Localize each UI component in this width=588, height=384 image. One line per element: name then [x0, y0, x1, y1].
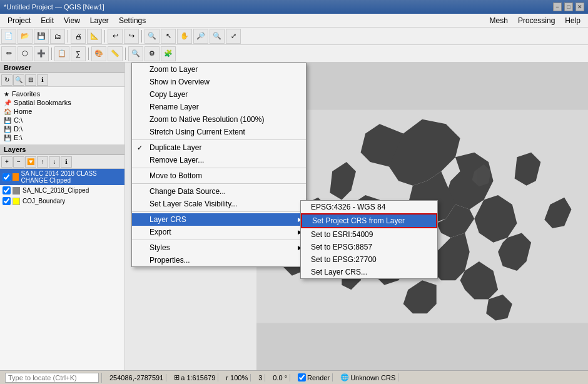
- attributes-button[interactable]: 📋: [54, 46, 69, 61]
- browser-refresh[interactable]: ↻: [1, 74, 13, 86]
- sub-set-project-crs[interactable]: Set Project CRS from Layer: [301, 213, 437, 228]
- title-bar: *Untitled Project — QGIS [New1] − □ ✕: [0, 0, 588, 14]
- sub-esri-54009[interactable]: Set to ESRI:54009: [301, 228, 437, 241]
- ctx-stretch[interactable]: Stretch Using Current Extent: [132, 126, 306, 138]
- plugin-button[interactable]: 🧩: [161, 46, 176, 61]
- sub-epsg-8857[interactable]: Set to EPSG:8857: [301, 241, 437, 253]
- render-checkbox[interactable]: [298, 373, 306, 381]
- browser-tree: ★ Favorites 📌 Spatial Bookmarks 🏠 Home 💾…: [0, 87, 124, 144]
- crs-label: Unknown CRS: [350, 374, 395, 381]
- identify-button[interactable]: 🔍: [144, 29, 160, 44]
- maximize-button[interactable]: □: [564, 3, 573, 11]
- sub-epsg-4326[interactable]: EPSG:4326 - WGS 84: [301, 201, 437, 213]
- drive-d-icon: 💾: [4, 126, 11, 133]
- layer-sa-nlc-2018[interactable]: SA_NLC_2018_Clipped: [0, 185, 124, 196]
- select-button[interactable]: ↖: [161, 29, 176, 44]
- print-button[interactable]: 🖨: [71, 29, 86, 44]
- measure-button[interactable]: 📏: [108, 46, 123, 61]
- add-feature-button[interactable]: ➕: [34, 46, 49, 61]
- menu-project[interactable]: Project: [3, 14, 36, 27]
- ctx-scale-visibility[interactable]: Set Layer Scale Visibility...: [132, 198, 306, 210]
- menu-layer[interactable]: Layer: [85, 14, 114, 27]
- node-button[interactable]: ⬡: [18, 46, 33, 61]
- browser-home[interactable]: 🏠 Home: [3, 107, 122, 116]
- status-rotation: r 100%: [223, 374, 251, 381]
- render-label: Render: [307, 374, 330, 381]
- sep-t2-1: [51, 48, 52, 60]
- move-up-btn[interactable]: ↑: [37, 156, 48, 168]
- close-button[interactable]: ✕: [575, 3, 584, 11]
- menu-settings[interactable]: Settings: [114, 14, 151, 27]
- drive-e-icon: 💾: [4, 134, 11, 141]
- menu-view[interactable]: View: [59, 14, 85, 27]
- map-area: Zoom to Layer Show in Overview Copy Laye…: [125, 63, 588, 370]
- zoom-out-button[interactable]: 🔍: [210, 29, 225, 44]
- home-label: Home: [14, 108, 32, 115]
- compose-button[interactable]: 📐: [87, 29, 102, 44]
- status-search-container: [3, 373, 102, 383]
- ctx-change-source[interactable]: Change Data Source...: [132, 185, 306, 198]
- menu-processing[interactable]: Processing: [513, 15, 560, 26]
- browser-d-drive[interactable]: 💾 D:\: [3, 124, 122, 133]
- ctx-rename-layer[interactable]: Rename Layer: [132, 101, 306, 113]
- ctx-remove-layer[interactable]: Remove Layer...: [132, 154, 306, 166]
- save-button[interactable]: 💾: [34, 29, 49, 44]
- ctx-layer-crs[interactable]: Layer CRS: [132, 213, 306, 226]
- menu-edit[interactable]: Edit: [36, 14, 59, 27]
- ctx-move-bottom[interactable]: Move to Bottom: [132, 169, 306, 182]
- add-layer-btn[interactable]: +: [1, 156, 13, 168]
- layer-sa-nlc-2014[interactable]: SA NLC 2014 2018 CLASS CHANGE Clipped: [0, 169, 124, 185]
- layer-info-btn[interactable]: ℹ: [61, 156, 72, 168]
- layer-sa-nlc-2018-check[interactable]: [3, 186, 11, 195]
- menu-mesh[interactable]: Mesh: [485, 15, 513, 26]
- locate-search-input[interactable]: [5, 373, 99, 383]
- ctx-zoom-to-layer[interactable]: Zoom to Layer: [132, 63, 306, 76]
- ctx-styles[interactable]: Styles: [132, 241, 306, 254]
- layer-sa-nlc-2018-icon: [13, 187, 20, 195]
- undo-button[interactable]: ↩: [108, 29, 123, 44]
- browser-bookmarks[interactable]: 📌 Spatial Bookmarks: [3, 98, 122, 107]
- browser-toolbar: ↻ 🔍 ⊟ ℹ: [0, 73, 124, 87]
- layer-coj-boundary-icon: [13, 198, 20, 205]
- browser-info[interactable]: ℹ: [37, 74, 48, 86]
- filter-layer-btn[interactable]: 🔽: [25, 156, 36, 168]
- separator-3: [141, 30, 142, 43]
- ctx-zoom-native[interactable]: Zoom to Native Resolution (100%): [132, 113, 306, 126]
- menu-help[interactable]: Help: [560, 15, 585, 26]
- layer-coj-boundary[interactable]: COJ_Boundary: [0, 196, 124, 206]
- status-scale: ⊞ a 1:615679: [171, 373, 218, 381]
- new-button[interactable]: 📄: [1, 29, 16, 44]
- browser-e-drive[interactable]: 💾 E:\: [3, 133, 122, 142]
- sub-epsg-27700[interactable]: Set to EPSG:27700: [301, 253, 437, 266]
- field-calc-button[interactable]: ∑: [71, 46, 86, 61]
- layers-list: SA NLC 2014 2018 CLASS CHANGE Clipped SA…: [0, 169, 124, 370]
- ctx-show-overview[interactable]: Show in Overview: [132, 76, 306, 88]
- minimize-button[interactable]: −: [553, 3, 562, 11]
- remove-layer-btn[interactable]: −: [13, 156, 24, 168]
- open-button[interactable]: 📂: [18, 29, 33, 44]
- pan-button[interactable]: ✋: [177, 29, 192, 44]
- window-controls: − □ ✕: [553, 3, 584, 11]
- digitize-button[interactable]: ✏: [1, 46, 16, 61]
- app-title: *Untitled Project — QGIS [New1]: [4, 3, 104, 11]
- search-icon-btn[interactable]: 🔍: [128, 46, 143, 61]
- settings-icon-btn[interactable]: ⚙: [144, 46, 160, 61]
- layer-sa-nlc-2014-check[interactable]: [3, 173, 11, 181]
- ctx-export[interactable]: Export: [132, 226, 306, 238]
- ctx-duplicate[interactable]: Duplicate Layer: [132, 141, 306, 154]
- ctx-properties[interactable]: Properties...: [132, 254, 306, 266]
- browser-filter[interactable]: 🔍: [13, 74, 24, 86]
- zoom-extent-button[interactable]: ⤢: [226, 29, 241, 44]
- layer-coj-boundary-check[interactable]: [3, 197, 11, 205]
- ctx-copy-layer[interactable]: Copy Layer: [132, 88, 306, 101]
- browser-favorites[interactable]: ★ Favorites: [3, 89, 122, 98]
- move-down-btn[interactable]: ↓: [49, 156, 60, 168]
- browser-c-drive[interactable]: 💾 C:\: [3, 116, 122, 124]
- sub-set-layer-crs[interactable]: Set Layer CRS...: [301, 266, 437, 278]
- layer-style-button[interactable]: 🎨: [91, 46, 106, 61]
- zoom-in-button[interactable]: 🔎: [193, 29, 208, 44]
- redo-button[interactable]: ↪: [124, 29, 139, 44]
- save-as-button[interactable]: 🗂: [50, 29, 65, 44]
- status-coordinates: 254086,-2787591: [107, 374, 166, 381]
- browser-collapse[interactable]: ⊟: [25, 74, 36, 86]
